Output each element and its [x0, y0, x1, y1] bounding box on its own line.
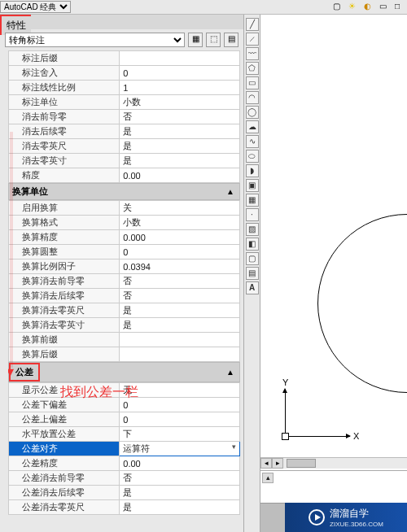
revcloud-icon[interactable]: ☁ — [246, 120, 259, 133]
property-value[interactable]: 0.00 — [120, 456, 240, 471]
alt-units-header[interactable]: 换算单位▲ — [8, 183, 240, 200]
cmd-history-button[interactable]: ▴ — [262, 473, 274, 483]
property-value[interactable]: 是 — [120, 500, 240, 515]
property-value[interactable]: 小数 — [120, 95, 240, 110]
circle-icon[interactable]: ◯ — [246, 106, 259, 119]
property-row[interactable]: 消去零英尺是 — [9, 139, 240, 154]
ellipse-icon[interactable]: ⬭ — [246, 150, 259, 163]
property-row[interactable]: 换算消去零英尺是 — [9, 303, 240, 318]
property-row[interactable]: 显示公差无 — [9, 383, 240, 398]
property-row[interactable]: 公差消去零英尺是 — [9, 500, 240, 515]
property-row[interactable]: 换算消去前导零否 — [9, 274, 240, 289]
property-value[interactable] — [120, 333, 240, 347]
property-row[interactable]: 水平放置公差下 — [9, 427, 240, 442]
property-row[interactable]: 换算消去零英寸是 — [9, 318, 240, 333]
property-value[interactable]: 否 — [120, 289, 240, 303]
property-value[interactable]: 否 — [120, 110, 240, 124]
property-value[interactable] — [120, 51, 240, 66]
workspace-select[interactable]: AutoCAD 经典 — [0, 1, 71, 13]
property-value[interactable]: 否 — [120, 274, 240, 289]
polygon-icon[interactable]: ⬠ — [246, 62, 259, 75]
property-row[interactable]: 换算格式小数 — [9, 216, 240, 230]
property-row[interactable]: 启用换算关 — [9, 201, 240, 216]
property-value[interactable]: 是 — [120, 124, 240, 139]
property-value[interactable]: 0 — [120, 412, 240, 427]
property-value[interactable]: 0 — [120, 245, 240, 259]
property-value[interactable]: 0 — [120, 398, 240, 412]
point-icon[interactable]: · — [246, 208, 259, 221]
property-row[interactable]: 公差精度0.00 — [9, 456, 240, 471]
property-value[interactable]: 下 — [120, 427, 240, 442]
rectangle-icon[interactable]: ▭ — [246, 76, 259, 89]
property-row[interactable]: 消去前导零否 — [9, 110, 240, 124]
property-value[interactable]: 0.0394 — [120, 259, 240, 274]
property-value[interactable]: 无 — [120, 383, 240, 398]
spline-icon[interactable]: ∿ — [246, 135, 259, 148]
xline-icon[interactable]: ⟋ — [246, 33, 259, 46]
property-value[interactable]: 小数 — [120, 216, 240, 230]
property-value[interactable]: 运算符▾ — [120, 442, 240, 456]
command-line[interactable]: ▴ 命令: 命令: 命令: — [260, 470, 407, 503]
tolerance-header[interactable]: 公差 ▲ — [8, 362, 240, 382]
property-value[interactable]: 是 — [120, 154, 240, 168]
gradient-icon[interactable]: ◧ — [246, 238, 259, 251]
property-row[interactable]: 标注单位小数 — [9, 95, 240, 110]
region-icon[interactable]: ▢ — [246, 252, 259, 265]
drawn-circle[interactable] — [317, 214, 407, 393]
hatch-icon[interactable]: ▨ — [246, 223, 259, 236]
property-row[interactable]: 换算前缀 — [9, 333, 240, 347]
property-row[interactable]: 公差对齐运算符▾ — [9, 442, 240, 456]
property-value[interactable]: 是 — [120, 303, 240, 318]
pick-button[interactable]: ⬚ — [206, 33, 221, 47]
property-row[interactable]: 标注舍入0 — [9, 66, 240, 81]
scroll-left2-button[interactable]: ▸ — [272, 458, 283, 469]
block-icon[interactable]: ▦ — [246, 194, 259, 207]
property-value[interactable]: 是 — [120, 318, 240, 333]
property-row[interactable]: 换算圆整0 — [9, 245, 240, 259]
ellipse-arc-icon[interactable]: ◗ — [246, 164, 259, 177]
h-scrollbar[interactable]: ◂ ▸ — [260, 457, 407, 469]
property-row[interactable]: 消去后续零是 — [9, 124, 240, 139]
dropdown-icon[interactable]: ▾ — [232, 443, 236, 451]
sun-icon[interactable]: ☀ — [348, 2, 360, 13]
property-value[interactable]: 0 — [120, 66, 240, 81]
line-icon[interactable]: ╱ — [246, 18, 259, 31]
table-icon[interactable]: ▤ — [246, 267, 259, 280]
property-value[interactable]: 是 — [120, 486, 240, 500]
scroll-thumb[interactable] — [287, 459, 316, 468]
scroll-left-button[interactable]: ◂ — [260, 458, 272, 469]
property-value[interactable]: 关 — [120, 201, 240, 216]
property-row[interactable]: 公差消去后续零是 — [9, 486, 240, 500]
property-row[interactable]: 公差下偏差0 — [9, 398, 240, 412]
mtext-icon[interactable]: A — [246, 281, 259, 294]
polyline-icon[interactable]: 〰 — [246, 47, 259, 60]
layer-icon[interactable]: ▢ — [333, 2, 344, 13]
property-row[interactable]: 标注后缀 — [9, 51, 240, 66]
drawing-canvas[interactable]: X Y ◂ ▸ ▴ 命令: 命令: 命令: 溜溜自学 ZIXUE.3D66.CO… — [260, 15, 407, 532]
property-value[interactable]: 是 — [120, 139, 240, 154]
property-value[interactable]: 1 — [120, 81, 240, 95]
property-value[interactable] — [120, 347, 240, 362]
property-value[interactable]: 0.000 — [120, 230, 240, 245]
toggle-button[interactable]: ▤ — [224, 33, 239, 47]
property-row[interactable]: 标注线性比例1 — [9, 81, 240, 95]
quick-select-button[interactable]: ▦ — [188, 33, 203, 47]
property-row[interactable]: 精度0.00 — [9, 168, 240, 183]
property-row[interactable]: 换算比例因子0.0394 — [9, 259, 240, 274]
property-row[interactable]: 公差消去前导零否 — [9, 471, 240, 486]
property-value[interactable]: 否 — [120, 471, 240, 486]
ucs-x-label: X — [353, 431, 359, 441]
object-type-select[interactable]: 转角标注 — [5, 33, 185, 47]
insert-icon[interactable]: ▣ — [246, 179, 259, 192]
properties-grid[interactable]: ▾ 找到公差一栏 标注后缀标注舍入0标注线性比例1标注单位小数消去前导零否消去后… — [8, 50, 240, 530]
color-icon[interactable]: □ — [395, 2, 406, 13]
property-row[interactable]: 换算后缀 — [9, 347, 240, 362]
property-row[interactable]: 换算消去后续零否 — [9, 289, 240, 303]
bulb-icon[interactable]: ◐ — [364, 2, 375, 13]
property-row[interactable]: 消去零英寸是 — [9, 154, 240, 168]
arc-icon[interactable]: ◠ — [246, 91, 259, 104]
property-row[interactable]: 换算精度0.000 — [9, 230, 240, 245]
lock-icon[interactable]: ▭ — [379, 2, 391, 13]
property-row[interactable]: 公差上偏差0 — [9, 412, 240, 427]
property-value[interactable]: 0.00 — [120, 168, 240, 183]
